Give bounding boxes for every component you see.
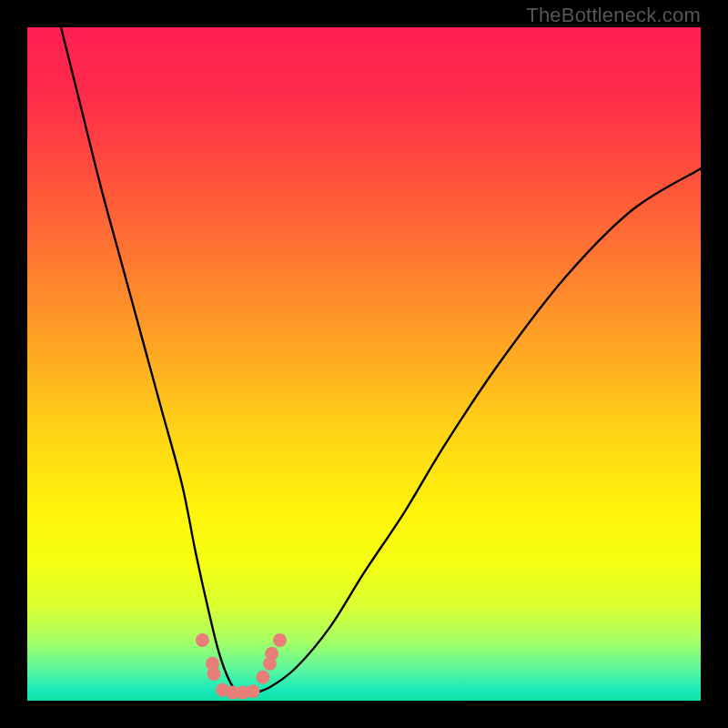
watermark-text: TheBottleneck.com: [526, 4, 701, 27]
chart-frame: TheBottleneck.com: [0, 0, 728, 728]
plot-area: [27, 27, 701, 701]
bottleneck-curve: [61, 27, 701, 695]
curve-marker: [246, 684, 259, 698]
curve-marker: [257, 671, 270, 684]
curve-marker: [196, 633, 209, 647]
curve-marker: [265, 647, 278, 661]
marker-group: [196, 633, 287, 700]
curve-marker: [273, 633, 287, 647]
curve-layer: [27, 27, 701, 701]
curve-marker: [207, 667, 220, 681]
